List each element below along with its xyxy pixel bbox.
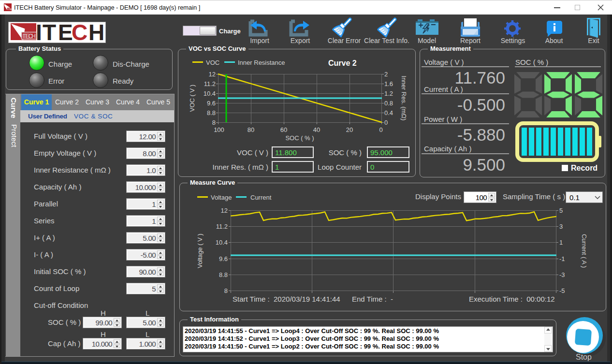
svg-text:10.4: 10.4 [216,239,228,246]
svg-text:Execution Time : 00:00:12: Execution Time : 00:00:12 [469,295,555,303]
svg-text:8: 8 [224,287,228,294]
svg-text:Inner Res. (mΩ): Inner Res. (mΩ) [400,76,408,121]
svg-text:2: 2 [384,71,388,78]
svg-text:0: 0 [379,126,382,133]
svg-text:12: 12 [209,71,216,78]
svg-text:I: I [36,22,42,43]
svg-text:11.2: 11.2 [204,80,216,87]
svg-text:VOC: VOC [206,59,219,66]
svg-text:10.4: 10.4 [204,90,216,97]
svg-text:Curve 2: Curve 2 [328,59,357,67]
svg-text:T: T [43,22,56,43]
svg-text:Current: Current [250,194,272,201]
svg-text:E: E [58,22,73,43]
svg-text:Start Time : 2020/03/19 14:41: Start Time : 2020/03/19 14:41:44 [233,295,340,303]
svg-text:80: 80 [248,126,254,133]
svg-text:-1: -1 [559,255,565,262]
svg-text:End Time : -: End Time : - [352,295,393,303]
svg-text:Inner Resistance: Inner Resistance [238,59,285,66]
svg-text:8: 8 [212,119,216,126]
svg-text:20: 20 [346,126,353,133]
svg-text:11.2: 11.2 [216,223,228,230]
svg-text:SOC ( % ): SOC ( % ) [285,134,314,142]
svg-text:40: 40 [313,126,320,133]
svg-text:1.6: 1.6 [384,80,393,87]
svg-text:100: 100 [214,126,224,133]
svg-text:9.6: 9.6 [207,100,216,107]
svg-text:0: 0 [384,119,388,126]
svg-text:C: C [72,22,87,43]
svg-text:-5: -5 [559,287,565,294]
svg-text:Voltage: Voltage [211,194,232,201]
svg-text:-3: -3 [559,271,565,278]
svg-text:1.2: 1.2 [384,90,393,97]
svg-text:Current ( A ): Current ( A ) [581,234,588,268]
svg-text:60: 60 [280,126,287,133]
svg-text:5: 5 [559,207,563,214]
svg-text:Voltage ( V ): Voltage ( V ) [196,233,204,268]
svg-text:0.8: 0.8 [384,100,393,107]
svg-text:3: 3 [559,223,563,230]
svg-text:H: H [88,22,104,43]
svg-text:12: 12 [221,207,228,214]
svg-text:ITECH: ITECH [8,8,12,11]
svg-text:ITECH: ITECH [23,33,36,40]
svg-text:9.6: 9.6 [219,255,228,262]
svg-text:VOC ( V ): VOC ( V ) [189,85,196,112]
svg-text:8.8: 8.8 [219,271,228,278]
svg-text:1: 1 [559,239,563,246]
svg-text:8.8: 8.8 [207,109,216,116]
svg-text:0.4: 0.4 [384,109,393,116]
